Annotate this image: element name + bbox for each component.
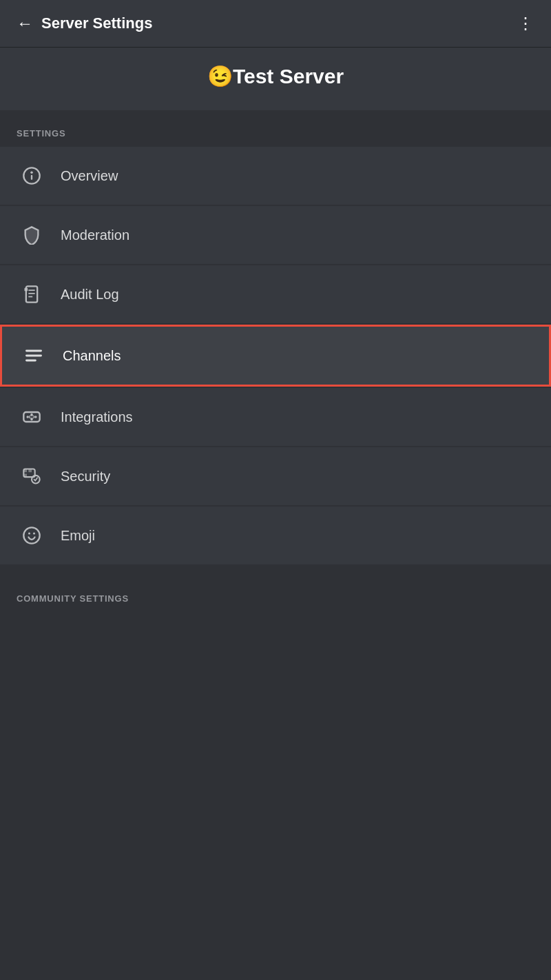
sidebar-item-security[interactable]: Security: [0, 447, 551, 505]
svg-point-22: [23, 527, 39, 543]
back-button[interactable]: ←: [17, 14, 33, 33]
sidebar-item-emoji[interactable]: Emoji: [0, 507, 551, 564]
section-divider: [0, 566, 551, 577]
svg-rect-18: [23, 469, 27, 473]
svg-rect-20: [28, 469, 32, 473]
server-header: 😉Test Server: [0, 48, 551, 112]
overview-icon: [17, 161, 47, 191]
sidebar-item-overview[interactable]: Overview: [0, 147, 551, 205]
audit-log-icon: [17, 279, 47, 309]
top-bar: ← Server Settings ⋮: [0, 0, 551, 48]
svg-point-15: [34, 416, 37, 418]
channels-icon: [19, 340, 49, 371]
sidebar-item-integrations[interactable]: Integrations: [0, 388, 551, 446]
page-title: Server Settings: [41, 14, 152, 32]
sidebar-item-audit-log[interactable]: Audit Log: [0, 265, 551, 323]
audit-log-label: Audit Log: [61, 287, 119, 303]
channels-label: Channels: [63, 348, 121, 364]
svg-rect-3: [26, 286, 37, 302]
server-emoji: 😉: [207, 65, 233, 88]
svg-rect-7: [25, 288, 28, 292]
top-bar-left: ← Server Settings: [17, 14, 152, 33]
sidebar-item-channels[interactable]: Channels: [0, 325, 551, 387]
moderation-label: Moderation: [61, 227, 129, 243]
more-options-button[interactable]: ⋮: [517, 14, 534, 33]
emoji-label: Emoji: [61, 528, 95, 544]
svg-rect-2: [31, 175, 32, 180]
server-title: Test Server: [233, 65, 344, 88]
svg-point-1: [30, 172, 33, 174]
svg-rect-19: [23, 474, 27, 478]
security-label: Security: [61, 469, 110, 484]
overview-label: Overview: [61, 168, 118, 184]
section-header-settings: SETTINGS: [0, 112, 551, 147]
svg-point-12: [26, 416, 29, 418]
moderation-icon: [17, 220, 47, 250]
security-icon: [17, 461, 47, 491]
integrations-label: Integrations: [61, 409, 133, 425]
section-header-community-settings: COMMUNITY SETTINGS: [0, 577, 551, 612]
emoji-icon: [17, 520, 47, 551]
svg-point-23: [28, 533, 30, 535]
svg-point-24: [33, 533, 35, 535]
server-name: 😉Test Server: [17, 64, 534, 88]
svg-rect-16: [30, 416, 34, 418]
integrations-icon: [17, 402, 47, 432]
settings-list: SETTINGS Overview Moderation: [0, 112, 551, 612]
sidebar-item-moderation[interactable]: Moderation: [0, 206, 551, 264]
